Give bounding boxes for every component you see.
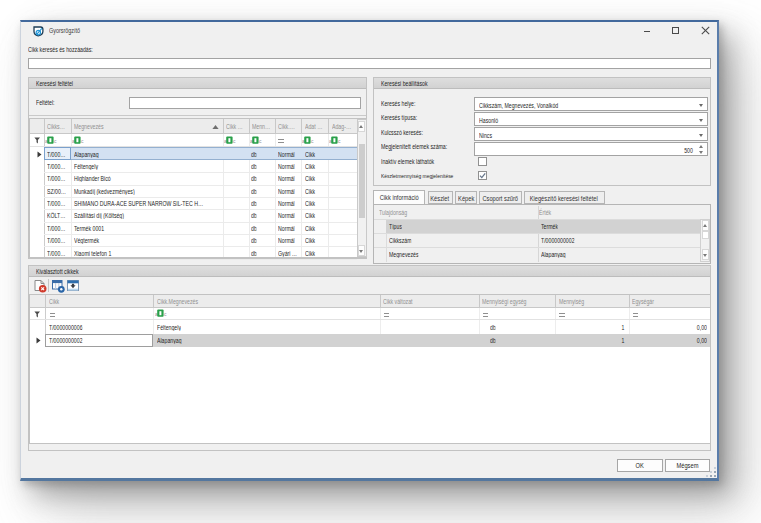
- svg-text:c: c: [259, 138, 262, 144]
- svg-text:c: c: [311, 138, 314, 144]
- svg-text:c: c: [54, 138, 57, 144]
- svg-text:c: c: [338, 138, 341, 144]
- svg-text:c: c: [233, 138, 236, 144]
- svg-text:c: c: [164, 311, 167, 317]
- svg-text:c: c: [81, 138, 84, 144]
